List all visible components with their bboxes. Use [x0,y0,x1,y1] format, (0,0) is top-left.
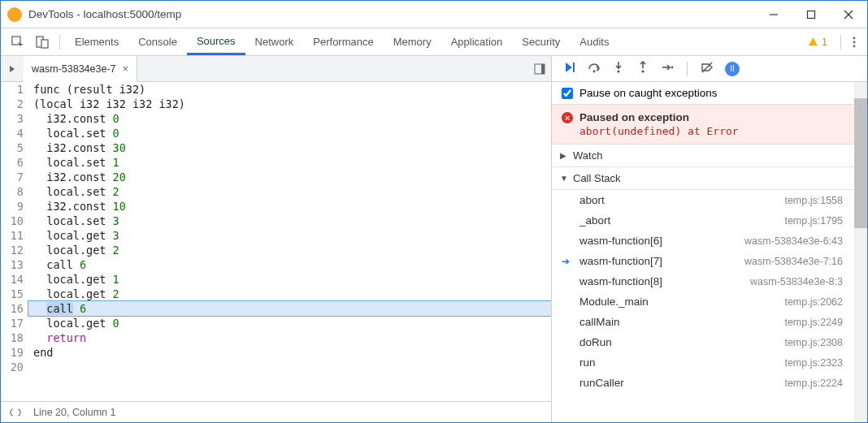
svg-rect-6 [41,40,48,48]
window-maximize-button[interactable] [792,1,830,28]
resume-icon[interactable] [563,61,576,76]
frame-location: temp.js:1795 [784,215,843,227]
callstack-frame[interactable]: doRuntemp.js:2308 [552,332,854,352]
tab-application[interactable]: Application [441,28,513,55]
code-line[interactable]: i32.const 0 [28,111,551,126]
tab-console[interactable]: Console [128,28,187,55]
frame-name: _abort [579,214,610,227]
callstack-frame[interactable]: wasm-function[6]wasm-53834e3e-6:43 [552,231,854,251]
editor-statusbar: Line 20, Column 1 [1,401,551,422]
tab-network[interactable]: Network [245,28,304,55]
frame-name: wasm-function[8] [579,275,662,287]
cursor-position: Line 20, Column 1 [33,407,115,418]
frame-location: temp.js:2062 [784,296,843,308]
code-line[interactable]: (local i32 i32 i32 i32) [28,97,551,111]
toggle-debugger-sidebar-icon[interactable] [528,56,551,82]
code-line[interactable]: i32.const 30 [28,140,551,155]
tab-sources[interactable]: Sources [187,28,245,55]
callstack-frame[interactable]: aborttemp.js:1558 [552,190,854,210]
pause-on-exceptions-icon[interactable]: II [725,62,740,76]
warnings-badge[interactable]: 1 [808,37,827,48]
code-line[interactable]: func (result i32) [28,82,551,97]
window-minimize-button[interactable] [755,1,792,28]
right-scrollbar-thumb[interactable] [854,98,867,228]
more-menu-icon[interactable] [846,30,862,54]
svg-point-17 [641,70,644,72]
file-tab-name: wasm-53834e3e-7 [32,63,116,75]
source-editor[interactable]: 1234567891011121314151617181920 func (re… [1,82,551,401]
frame-name: callMain [579,316,620,328]
code-line[interactable]: local.get 3 [28,228,551,243]
callstack-frame[interactable]: ➔wasm-function[7]wasm-53834e3e-7:16 [552,251,854,271]
frame-name: abort [579,194,605,206]
paused-title: Paused on exception [579,111,843,123]
code-line[interactable] [28,360,551,374]
watch-section-header[interactable]: ▶Watch [552,145,854,167]
code-line[interactable]: call 6 [28,301,551,316]
frame-name: wasm-function[7] [579,255,662,267]
inspect-element-icon[interactable] [6,30,30,54]
code-line[interactable]: local.set 0 [28,126,551,140]
callstack-frame[interactable]: Module._maintemp.js:2062 [552,291,854,312]
deactivate-breakpoints-icon[interactable] [701,61,714,76]
step-into-icon[interactable] [612,61,625,76]
step-icon[interactable] [661,61,674,76]
tab-audits[interactable]: Audits [570,28,618,55]
callstack-section-header[interactable]: ▼Call Stack [552,167,854,190]
code-line[interactable]: return [28,330,551,345]
paused-on-exception-banner: ✕ Paused on exception abort(undefined) a… [552,105,854,145]
frame-location: temp.js:2249 [784,317,843,328]
step-over-icon[interactable] [588,61,601,76]
current-frame-pointer-icon: ➔ [562,256,570,267]
svg-point-13 [593,71,596,73]
close-file-tab-icon[interactable]: × [123,63,129,75]
svg-point-9 [853,45,856,47]
frame-name: Module._main [579,296,649,308]
code-line[interactable]: local.get 0 [28,316,551,330]
tab-performance[interactable]: Performance [303,28,383,55]
frame-location: temp.js:1558 [784,195,843,206]
code-line[interactable]: local.get 2 [28,243,551,257]
step-out-icon[interactable] [636,61,649,76]
tab-elements[interactable]: Elements [65,28,128,55]
frame-location: wasm-53834e3e-6:43 [744,235,843,247]
frame-name: wasm-function[6] [579,235,662,247]
code-line[interactable]: end [28,345,551,360]
frame-location: temp.js:2323 [784,357,843,369]
code-line[interactable]: call 6 [28,257,551,272]
callstack-frame[interactable]: callMaintemp.js:2249 [552,312,854,332]
right-scrollbar-track[interactable] [854,82,867,422]
callstack-frame[interactable]: _aborttemp.js:1795 [552,210,854,231]
tab-security[interactable]: Security [512,28,570,55]
show-navigator-icon[interactable] [1,56,24,82]
devtools-app-icon [7,7,22,22]
pause-on-caught-checkbox[interactable] [562,88,573,99]
sources-file-bar: wasm-53834e3e-7 × [1,56,551,82]
device-toggle-icon[interactable] [30,30,54,54]
devtools-tabstrip: ElementsConsoleSourcesNetworkPerformance… [1,28,867,56]
callstack-frame[interactable]: runtemp.js:2323 [552,352,854,373]
pause-on-caught-label: Pause on caught exceptions [579,87,718,99]
paused-detail: abort(undefined) at Error [579,125,843,137]
pause-on-caught-checkbox-row[interactable]: Pause on caught exceptions [552,82,854,105]
window-close-button[interactable] [830,1,867,28]
braces-icon[interactable] [9,408,22,417]
svg-point-15 [617,70,619,72]
code-line[interactable]: local.get 1 [28,272,551,287]
frame-location: wasm-53834e3e-8:3 [750,276,843,287]
callstack-frame[interactable]: wasm-function[8]wasm-53834e3e-8:3 [552,271,854,291]
svg-point-7 [853,37,856,39]
svg-rect-11 [541,64,545,74]
code-line[interactable]: local.set 2 [28,184,551,199]
file-tab[interactable]: wasm-53834e3e-7 × [24,56,137,82]
code-line[interactable]: i32.const 10 [28,199,551,214]
frame-name: run [579,356,596,369]
callstack-frame[interactable]: runCallertemp.js:2224 [552,373,854,393]
code-line[interactable]: local.get 2 [28,287,551,301]
error-icon: ✕ [562,112,573,123]
code-line[interactable]: local.set 3 [28,214,551,228]
code-line[interactable]: i32.const 20 [28,170,551,184]
tab-memory[interactable]: Memory [384,28,441,55]
code-line[interactable]: local.set 1 [28,155,551,170]
frame-location: wasm-53834e3e-7:16 [744,256,843,267]
